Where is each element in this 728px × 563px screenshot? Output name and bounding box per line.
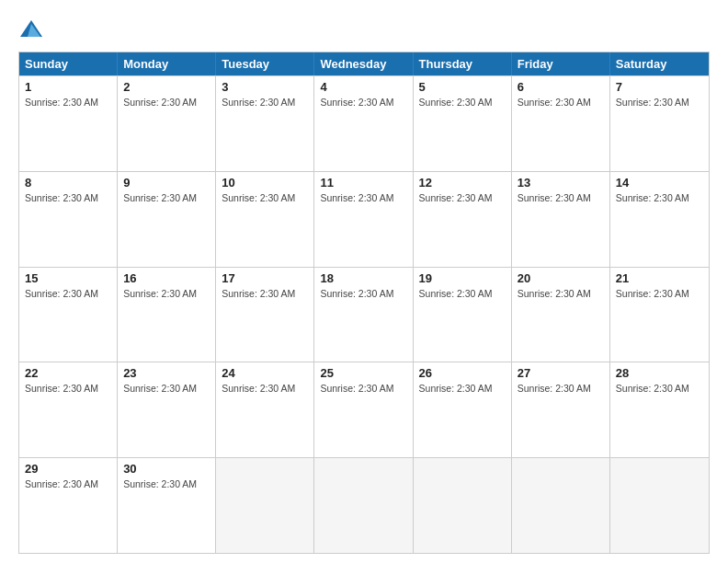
day-number: 28 xyxy=(616,366,703,380)
day-number: 24 xyxy=(222,366,308,380)
day-info: Sunrise: 2:30 AM xyxy=(518,382,604,396)
calendar-cell: 29Sunrise: 2:30 AM xyxy=(19,458,118,553)
day-number: 4 xyxy=(320,80,406,94)
day-number: 27 xyxy=(518,366,604,380)
day-info: Sunrise: 2:30 AM xyxy=(25,287,111,301)
weekday-header: Sunday xyxy=(19,52,118,75)
calendar-cell: 30Sunrise: 2:30 AM xyxy=(118,458,216,553)
day-info: Sunrise: 2:30 AM xyxy=(222,382,308,396)
day-info: Sunrise: 2:30 AM xyxy=(320,287,406,301)
calendar-body: 1Sunrise: 2:30 AM2Sunrise: 2:30 AM3Sunri… xyxy=(19,75,709,553)
calendar-cell xyxy=(414,458,512,553)
calendar-cell: 5Sunrise: 2:30 AM xyxy=(414,76,512,171)
day-number: 8 xyxy=(25,176,111,190)
day-number: 16 xyxy=(123,271,210,285)
calendar-cell: 2Sunrise: 2:30 AM xyxy=(118,76,216,171)
calendar-cell xyxy=(610,458,709,553)
weekday-header: Thursday xyxy=(414,52,512,75)
calendar-header: SundayMondayTuesdayWednesdayThursdayFrid… xyxy=(19,52,709,75)
calendar-cell: 14Sunrise: 2:30 AM xyxy=(610,172,709,267)
day-number: 25 xyxy=(320,366,406,380)
day-number: 11 xyxy=(320,176,406,190)
day-info: Sunrise: 2:30 AM xyxy=(222,287,308,301)
day-info: Sunrise: 2:30 AM xyxy=(419,96,506,109)
header xyxy=(18,17,710,42)
calendar-week: 1Sunrise: 2:30 AM2Sunrise: 2:30 AM3Sunri… xyxy=(19,75,709,171)
day-info: Sunrise: 2:30 AM xyxy=(419,191,506,205)
calendar: SundayMondayTuesdayWednesdayThursdayFrid… xyxy=(18,52,710,554)
calendar-cell: 26Sunrise: 2:30 AM xyxy=(414,362,512,457)
day-info: Sunrise: 2:30 AM xyxy=(419,287,506,301)
calendar-cell: 28Sunrise: 2:30 AM xyxy=(610,362,709,457)
day-number: 19 xyxy=(419,271,506,285)
day-number: 6 xyxy=(518,80,604,94)
day-info: Sunrise: 2:30 AM xyxy=(25,382,111,396)
calendar-cell: 9Sunrise: 2:30 AM xyxy=(118,172,216,267)
calendar-cell xyxy=(216,458,314,553)
day-number: 5 xyxy=(419,80,506,94)
day-number: 23 xyxy=(123,366,210,380)
day-number: 2 xyxy=(123,80,210,94)
calendar-cell: 24Sunrise: 2:30 AM xyxy=(216,362,314,457)
day-info: Sunrise: 2:30 AM xyxy=(320,191,406,205)
day-number: 9 xyxy=(123,176,210,190)
day-number: 13 xyxy=(518,176,604,190)
day-info: Sunrise: 2:30 AM xyxy=(518,191,604,205)
day-info: Sunrise: 2:30 AM xyxy=(123,477,210,491)
page: SundayMondayTuesdayWednesdayThursdayFrid… xyxy=(0,0,728,563)
calendar-cell: 1Sunrise: 2:30 AM xyxy=(19,76,118,171)
weekday-header: Friday xyxy=(512,52,610,75)
weekday-header: Monday xyxy=(118,52,216,75)
calendar-cell: 23Sunrise: 2:30 AM xyxy=(118,362,216,457)
calendar-week: 8Sunrise: 2:30 AM9Sunrise: 2:30 AM10Sunr… xyxy=(19,171,709,267)
calendar-cell: 22Sunrise: 2:30 AM xyxy=(19,362,118,457)
calendar-cell: 16Sunrise: 2:30 AM xyxy=(118,268,216,362)
day-number: 20 xyxy=(518,271,604,285)
weekday-header: Wednesday xyxy=(314,52,413,75)
calendar-cell: 25Sunrise: 2:30 AM xyxy=(314,362,413,457)
calendar-cell: 18Sunrise: 2:30 AM xyxy=(314,268,413,362)
weekday-header: Saturday xyxy=(610,52,709,75)
day-info: Sunrise: 2:30 AM xyxy=(25,96,111,109)
logo-icon xyxy=(18,17,44,42)
calendar-cell xyxy=(512,458,610,553)
day-number: 30 xyxy=(123,462,210,476)
day-number: 12 xyxy=(419,176,506,190)
calendar-cell xyxy=(314,458,413,553)
calendar-cell: 27Sunrise: 2:30 AM xyxy=(512,362,610,457)
day-number: 17 xyxy=(222,271,308,285)
calendar-week: 15Sunrise: 2:30 AM16Sunrise: 2:30 AM17Su… xyxy=(19,267,709,362)
day-info: Sunrise: 2:30 AM xyxy=(320,382,406,396)
calendar-cell: 20Sunrise: 2:30 AM xyxy=(512,268,610,362)
logo xyxy=(18,17,48,42)
calendar-cell: 7Sunrise: 2:30 AM xyxy=(610,76,709,171)
calendar-cell: 11Sunrise: 2:30 AM xyxy=(314,172,413,267)
day-number: 18 xyxy=(320,271,406,285)
day-info: Sunrise: 2:30 AM xyxy=(518,287,604,301)
day-info: Sunrise: 2:30 AM xyxy=(518,96,604,109)
day-number: 26 xyxy=(419,366,506,380)
calendar-cell: 4Sunrise: 2:30 AM xyxy=(314,76,413,171)
day-info: Sunrise: 2:30 AM xyxy=(616,191,703,205)
day-info: Sunrise: 2:30 AM xyxy=(419,382,506,396)
day-info: Sunrise: 2:30 AM xyxy=(123,191,210,205)
calendar-cell: 21Sunrise: 2:30 AM xyxy=(610,268,709,362)
day-info: Sunrise: 2:30 AM xyxy=(25,477,111,491)
calendar-cell: 3Sunrise: 2:30 AM xyxy=(216,76,314,171)
calendar-cell: 17Sunrise: 2:30 AM xyxy=(216,268,314,362)
day-info: Sunrise: 2:30 AM xyxy=(616,287,703,301)
day-info: Sunrise: 2:30 AM xyxy=(222,96,308,109)
day-number: 21 xyxy=(616,271,703,285)
day-info: Sunrise: 2:30 AM xyxy=(123,287,210,301)
day-number: 29 xyxy=(25,462,111,476)
day-info: Sunrise: 2:30 AM xyxy=(616,96,703,109)
day-number: 15 xyxy=(25,271,111,285)
day-number: 22 xyxy=(25,366,111,380)
calendar-cell: 19Sunrise: 2:30 AM xyxy=(414,268,512,362)
day-info: Sunrise: 2:30 AM xyxy=(123,96,210,109)
calendar-cell: 12Sunrise: 2:30 AM xyxy=(414,172,512,267)
day-info: Sunrise: 2:30 AM xyxy=(320,96,406,109)
day-number: 1 xyxy=(25,80,111,94)
calendar-cell: 10Sunrise: 2:30 AM xyxy=(216,172,314,267)
calendar-week: 29Sunrise: 2:30 AM30Sunrise: 2:30 AM xyxy=(19,457,709,553)
